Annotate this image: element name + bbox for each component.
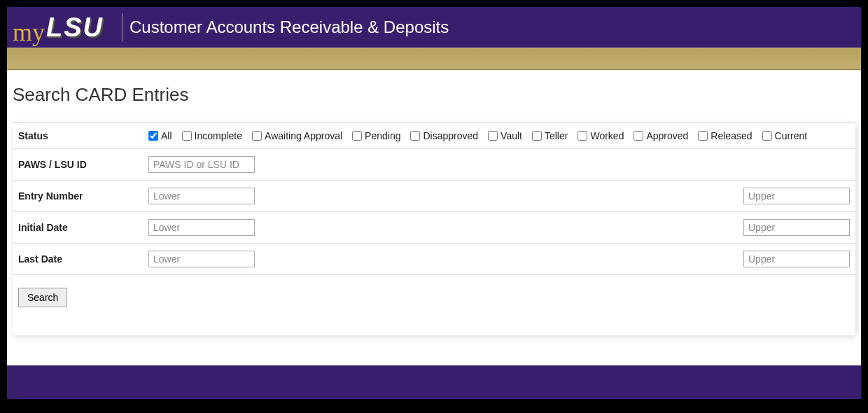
label-initial-date: Initial Date (18, 222, 148, 233)
label-status: Status (18, 130, 148, 141)
status-option-incomplete[interactable]: Incomplete (182, 130, 242, 141)
status-option-label: Incomplete (195, 130, 242, 141)
status-checkbox-current[interactable] (762, 131, 772, 141)
initial-date-lower-input[interactable] (148, 219, 255, 236)
content-area: Search CARD Entries Status AllIncomplete… (7, 70, 861, 365)
status-option-label: Awaiting Approval (265, 130, 342, 141)
status-option-worked[interactable]: Worked (578, 130, 624, 141)
status-option-pending[interactable]: Pending (352, 130, 400, 141)
status-option-approved[interactable]: Approved (634, 130, 688, 141)
status-option-label: Approved (646, 130, 688, 141)
status-checkbox-incomplete[interactable] (182, 131, 192, 141)
label-paws-id: PAWS / LSU ID (18, 159, 148, 170)
status-checkbox-teller[interactable] (532, 131, 542, 141)
status-checkbox-awaiting-approval[interactable] (252, 131, 262, 141)
last-date-lower-input[interactable] (148, 251, 255, 267)
status-option-awaiting-approval[interactable]: Awaiting Approval (252, 130, 342, 141)
status-option-label: Released (710, 130, 752, 141)
footer-bar (7, 365, 861, 399)
status-checkbox-all[interactable] (148, 131, 158, 141)
search-button[interactable]: Search (18, 288, 67, 307)
entry-number-upper-input[interactable] (743, 188, 850, 204)
logo-lsu-text: LSU (46, 14, 104, 41)
status-checkbox-approved[interactable] (634, 131, 643, 141)
status-option-label: Disapproved (423, 130, 478, 141)
search-form: Status AllIncompleteAwaiting ApprovalPen… (13, 122, 855, 335)
row-paws-id: PAWS / LSU ID (13, 149, 855, 181)
label-entry-number: Entry Number (18, 190, 148, 202)
gold-nav-band (7, 48, 861, 70)
logo-my-text: my (13, 20, 45, 45)
status-option-label: Current (775, 130, 808, 141)
logo: my LSU (13, 14, 108, 41)
status-checkbox-worked[interactable] (578, 131, 587, 141)
last-date-upper-input[interactable] (743, 251, 850, 267)
status-option-current[interactable]: Current (762, 130, 808, 141)
row-initial-date: Initial Date (13, 212, 855, 244)
header-bar: my LSU Customer Accounts Receivable & De… (7, 7, 861, 48)
status-checkbox-disapproved[interactable] (410, 131, 420, 141)
label-last-date: Last Date (18, 253, 148, 265)
status-option-released[interactable]: Released (698, 130, 752, 141)
status-option-vault[interactable]: Vault (488, 130, 522, 141)
status-option-label: Vault (500, 130, 522, 141)
status-checkbox-released[interactable] (698, 131, 708, 141)
entry-number-lower-input[interactable] (148, 188, 255, 204)
status-option-teller[interactable]: Teller (532, 130, 568, 141)
header-divider (122, 13, 122, 41)
app-window: my LSU Customer Accounts Receivable & De… (7, 7, 861, 399)
status-option-all[interactable]: All (148, 130, 172, 141)
status-checkbox-vault[interactable] (488, 131, 498, 141)
paws-id-input[interactable] (148, 156, 255, 173)
status-checkbox-pending[interactable] (352, 131, 362, 141)
status-checkbox-group: AllIncompleteAwaiting ApprovalPendingDis… (148, 130, 807, 141)
status-option-label: Teller (545, 130, 568, 141)
status-option-disapproved[interactable]: Disapproved (410, 130, 478, 141)
row-last-date: Last Date (13, 244, 855, 275)
initial-date-upper-input[interactable] (743, 219, 850, 236)
row-entry-number: Entry Number (13, 181, 855, 212)
page-title: Search CARD Entries (13, 84, 855, 106)
status-option-label: Pending (365, 130, 400, 141)
status-option-label: Worked (590, 130, 624, 141)
header-title: Customer Accounts Receivable & Deposits (130, 18, 449, 37)
row-status: Status AllIncompleteAwaiting ApprovalPen… (13, 123, 855, 149)
status-option-label: All (161, 130, 172, 141)
